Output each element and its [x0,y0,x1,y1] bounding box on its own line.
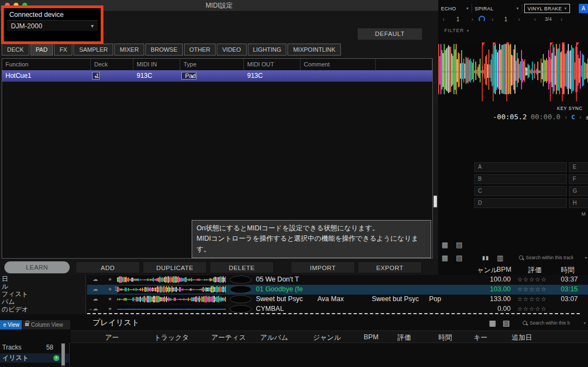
stack-view-icon[interactable]: ▥ [497,254,504,262]
column-header-album[interactable]: アルバム [260,333,288,342]
column-header-genre[interactable]: ジャンル [313,333,341,342]
fx-assign-deck-a-button[interactable]: A [579,4,588,13]
chevron-left-icon[interactable]: ‹ [492,16,493,22]
cue-slot-a[interactable]: A [474,162,567,172]
column-header-bpm[interactable]: BPM [364,333,378,341]
table-row[interactable]: ☁ ★ 1 01 Goodbye (fe 103.00 ☆☆☆☆☆ 03:15 [87,285,588,295]
tracklist-header-rating[interactable]: 評価 [528,266,542,275]
delete-button[interactable]: DELETE [210,261,274,273]
pause-columns-icon[interactable]: ▮▮ [482,255,489,261]
deck-waveform[interactable] [438,42,588,101]
track-rating[interactable]: ☆☆☆☆☆ [517,296,547,303]
learn-button[interactable]: LEARN [4,261,70,273]
sidebar-item-playlist[interactable]: イリスト + [0,353,69,363]
filter-dropdown[interactable]: FILTER▾ [444,28,469,33]
tab-mixpointlink[interactable]: MIXPOINTLINK [287,44,341,56]
cue-slot-b[interactable]: B [474,174,567,184]
sidebar-item[interactable]: のビデオ [0,305,85,313]
sidebar-item[interactable]: 日 [0,275,85,283]
column-header-rating[interactable]: 評価 [397,333,411,342]
col-comment[interactable]: Comment [301,59,376,70]
track-rows: ☁ ★ 05 We Don't T 100.00 ☆☆☆☆☆ 03:37 ☁ ★… [87,275,588,314]
column-header-time[interactable]: 時間 [438,333,452,342]
default-button[interactable]: DEFAULT [358,28,422,40]
export-button[interactable]: EXPORT [358,261,422,273]
tab-sampler[interactable]: SAMPLER [74,44,113,56]
column-header-artist[interactable]: アーティス [211,333,246,342]
horizontal-scrollbar[interactable] [87,313,580,314]
chevron-right-icon[interactable]: › [579,114,582,120]
col-deck[interactable]: Deck [91,59,133,70]
col-type[interactable]: Type [180,59,244,70]
tab-lighting[interactable]: LIGHTING [248,44,287,56]
column-header-date-added[interactable]: 追加日 [512,333,532,342]
column-header-key[interactable]: キー [474,333,487,342]
tab-pad[interactable]: PAD [30,44,53,56]
tab-mixer[interactable]: MIXER [114,44,144,56]
beat-stepper-mid[interactable]: ‹ 1 › [492,16,520,22]
cue-slot-d[interactable]: D [474,198,567,208]
track-rating[interactable]: ☆☆☆☆☆ [517,305,547,313]
chevron-right-icon[interactable]: › [518,16,520,22]
track-rating[interactable]: ☆☆☆☆☆ [517,286,547,293]
column-header-track[interactable]: トラックタ [154,333,189,342]
connected-device-dropdown[interactable]: DJM-2000 ▾ [7,20,98,31]
key-sync-button[interactable]: KEY SYNC [557,106,583,111]
tab-deck[interactable]: DECK [2,44,29,56]
tree-view-tab[interactable]: e View [0,320,22,329]
track-search-box[interactable]: Search within this track ▾ [519,255,587,260]
sidebar-item-tracks[interactable]: Tracks 58 [0,343,69,352]
tab-browse[interactable]: BROWSE [145,44,183,56]
cue-slot-g[interactable]: G [569,186,588,196]
fx-slot-spiral[interactable]: SPIRAL ▾ [472,4,522,13]
sidebar-item[interactable]: フィスト [0,290,85,298]
grid-view-icon[interactable]: ▦ [489,319,496,327]
beat-stepper-right[interactable]: ‹ 3/4 › [534,16,562,22]
sidebar-item[interactable]: ル [0,283,85,290]
cue-slot-c[interactable]: C [474,186,567,196]
chevron-left-icon[interactable]: ‹ [534,16,536,22]
fx-slot-vinyl-brake[interactable]: VINYL BRAKE ▾ [524,4,570,13]
list-view-icon[interactable]: ▤ [456,241,462,249]
chevron-right-icon[interactable]: › [561,16,562,22]
import-button[interactable]: IMPORT [291,261,355,273]
cue-slot-f[interactable]: F [569,174,588,184]
chevron-right-icon[interactable]: › [471,16,473,22]
add-playlist-button[interactable]: + [53,355,59,361]
fx-slot-echo[interactable]: ECHO ▾ [438,4,472,13]
table-row[interactable]: HotCue1 1 ▾ 913C Pad ▾ 913C [2,70,432,82]
type-dropdown[interactable]: Pad ▾ [181,72,197,79]
tab-other[interactable]: OTHER [184,44,216,56]
tracklist-header-bpm[interactable]: BPM [497,266,511,273]
column-view-tab[interactable]: Column View [22,320,70,329]
chevron-left-icon[interactable]: ‹ [443,16,444,22]
track-rating[interactable]: ☆☆☆☆☆ [517,276,547,283]
col-midi-in[interactable]: MIDI IN [133,59,180,70]
sidebar-scrollbar[interactable] [61,343,65,367]
sidebar-item[interactable]: バム [0,298,85,305]
dialog-scrollbar[interactable] [433,58,438,259]
column-header-art[interactable]: アー [105,333,119,342]
scrollbar-thumb[interactable] [62,344,65,365]
cue-slot-e[interactable]: E [569,162,588,172]
col-function[interactable]: Function [2,59,91,70]
tab-fx[interactable]: FX [54,44,72,56]
tracklist-header-time[interactable]: 時間 [561,266,574,275]
table-row[interactable]: ☁ ★ 05 We Don't T 100.00 ☆☆☆☆☆ 03:37 [87,275,588,285]
deck-dropdown[interactable]: 1 ▾ [92,72,100,79]
col-midi-out[interactable]: MIDI OUT [244,59,301,70]
table-row[interactable]: ☁ ★ Sweet but Psyc Ava Max Sweet but Psy… [87,295,588,304]
duplicate-button[interactable]: DUPLICATE [143,261,207,273]
cue-slot-h[interactable]: H [569,198,588,208]
list-view-icon[interactable]: ▤ [456,254,462,262]
browser-search-box[interactable]: Search within this b ▾ [523,320,586,326]
tracklist-header-genre[interactable]: ャンル [477,266,498,275]
scrollbar-thumb[interactable] [433,195,437,207]
beat-stepper-left[interactable]: ‹ 1 › [443,16,473,22]
tab-video[interactable]: VIDEO [217,44,246,56]
add-button[interactable]: ADD [76,261,140,273]
grid-view-icon[interactable]: ▦ [442,241,448,249]
grid-view-icon[interactable]: ▦ [442,254,448,262]
list-view-icon[interactable]: ▤ [503,319,510,327]
chevron-left-icon[interactable]: ‹ [564,114,567,120]
